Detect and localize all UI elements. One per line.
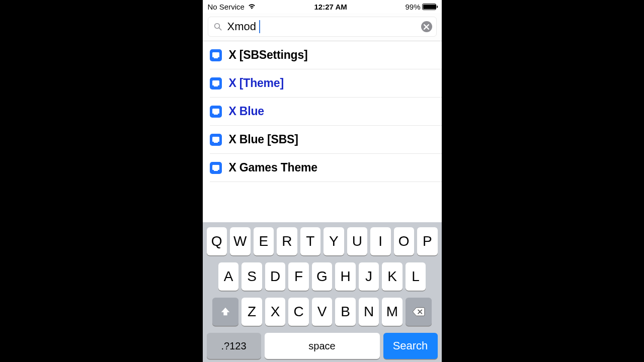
key-j[interactable]: J — [359, 262, 379, 291]
key-q[interactable]: Q — [207, 227, 227, 255]
svg-rect-4 — [212, 80, 219, 85]
carrier-label: No Service — [208, 3, 245, 11]
package-icon — [210, 106, 222, 118]
result-label: X Games Theme — [229, 161, 317, 174]
key-f[interactable]: F — [288, 262, 309, 291]
result-label: X [Theme] — [229, 76, 284, 90]
key-e[interactable]: E — [254, 227, 274, 255]
status-right: 99% — [405, 3, 436, 11]
key-a[interactable]: A — [218, 262, 239, 291]
text-caret — [259, 20, 260, 33]
result-label: X [SBSettings] — [229, 48, 308, 62]
keyboard-row-1: Q W E R T Y U I O P — [205, 227, 439, 255]
search-icon — [213, 22, 222, 31]
svg-rect-6 — [212, 109, 219, 114]
battery-icon — [422, 4, 436, 10]
key-numswitch[interactable]: .?123 — [207, 333, 261, 359]
keyboard-row-3: Z X C V B N M — [205, 298, 439, 326]
package-icon — [210, 77, 222, 89]
status-left: No Service — [208, 3, 256, 11]
package-icon — [210, 134, 222, 146]
svg-rect-7 — [214, 114, 218, 115]
search-input[interactable] — [227, 20, 416, 33]
key-h[interactable]: H — [335, 262, 356, 291]
svg-rect-9 — [214, 142, 218, 143]
package-icon — [210, 162, 222, 174]
key-t[interactable]: T — [300, 227, 321, 255]
key-x[interactable]: X — [265, 298, 286, 326]
key-n[interactable]: N — [359, 298, 379, 326]
clear-search-button[interactable] — [421, 21, 432, 32]
key-d[interactable]: D — [265, 262, 286, 291]
result-row[interactable]: X [SBSettings] — [210, 41, 442, 69]
key-shift[interactable] — [212, 298, 238, 326]
key-b[interactable]: B — [335, 298, 356, 326]
key-v[interactable]: V — [312, 298, 333, 326]
battery-pct-label: 99% — [405, 3, 420, 11]
key-r[interactable]: R — [277, 227, 297, 255]
result-row[interactable]: X Games Theme — [210, 154, 442, 182]
search-bar — [203, 13, 442, 41]
keyboard-row-2: A S D F G H J K L — [205, 262, 439, 291]
keyboard-row-4: .?123 space Search — [205, 333, 439, 359]
svg-rect-2 — [212, 52, 219, 57]
key-p[interactable]: P — [417, 227, 438, 255]
svg-rect-11 — [214, 170, 218, 171]
key-s[interactable]: S — [242, 262, 262, 291]
phone-screen: No Service 12:27 AM 99% — [203, 0, 442, 362]
key-w[interactable]: W — [230, 227, 251, 255]
key-y[interactable]: Y — [324, 227, 344, 255]
key-space[interactable]: space — [265, 333, 380, 359]
result-row[interactable]: X [Theme] — [210, 69, 442, 98]
key-z[interactable]: Z — [242, 298, 262, 326]
key-backspace[interactable] — [406, 298, 432, 326]
result-label: X Blue [SBS] — [229, 133, 298, 146]
status-bar: No Service 12:27 AM 99% — [203, 0, 442, 13]
key-i[interactable]: I — [370, 227, 391, 255]
svg-rect-3 — [214, 57, 218, 58]
key-o[interactable]: O — [394, 227, 415, 255]
wifi-icon — [248, 3, 256, 11]
result-label: X Blue — [229, 105, 264, 118]
result-row[interactable]: X Blue [SBS] — [210, 126, 442, 154]
svg-rect-10 — [212, 165, 219, 170]
key-l[interactable]: L — [406, 262, 426, 291]
package-icon — [210, 49, 222, 61]
key-c[interactable]: C — [288, 298, 309, 326]
svg-rect-5 — [214, 85, 218, 86]
keyboard: Q W E R T Y U I O P A S D F G H J K L Z — [203, 222, 442, 362]
key-g[interactable]: G — [312, 262, 333, 291]
search-field[interactable] — [208, 17, 437, 37]
search-results: X [SBSettings] X [Theme] X Blue X Blue [… — [203, 41, 442, 222]
key-u[interactable]: U — [347, 227, 368, 255]
clock-label: 12:27 AM — [314, 3, 347, 11]
result-row[interactable]: X Blue — [210, 98, 442, 126]
key-search[interactable]: Search — [383, 333, 438, 359]
svg-line-1 — [219, 28, 221, 30]
key-k[interactable]: K — [382, 262, 403, 291]
svg-rect-8 — [212, 137, 219, 142]
key-m[interactable]: M — [382, 298, 403, 326]
